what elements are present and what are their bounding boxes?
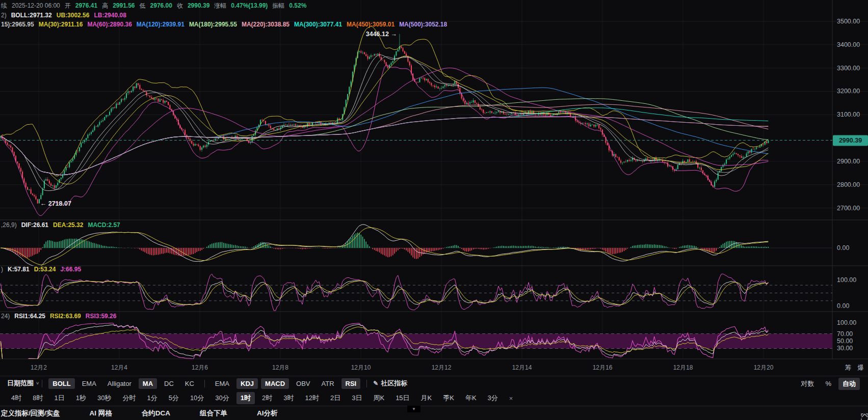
value-segment: D:53.24 — [34, 266, 56, 273]
value-segment: RSI3:59.26 — [86, 313, 117, 320]
kdj-axis-label: 100.00 — [837, 276, 856, 284]
close-icon[interactable]: × — [505, 393, 517, 404]
timeframe-item-6[interactable]: 1分 — [143, 392, 161, 404]
value-segment: MA(120):2939.91 — [137, 21, 185, 28]
timeframe-item-7[interactable]: 5分 — [165, 392, 183, 404]
macd-axis-label: 0.00 — [837, 244, 849, 251]
overlay-indicator-4[interactable]: DC — [160, 378, 178, 389]
value-segment: 2025-12-20 06:00 — [12, 2, 60, 9]
timeframe-item-0[interactable]: 4时 — [7, 392, 25, 404]
overlay-indicator-0[interactable]: BOLL — [48, 378, 74, 389]
overlay-indicator-2[interactable]: Alligator — [103, 378, 136, 389]
value-segment: 24) — [1, 313, 10, 320]
value-segment: MA(30):2911.16 — [39, 21, 83, 28]
sub-indicator-4[interactable]: ATR — [318, 378, 338, 389]
date-tick: 12月12 — [432, 363, 452, 372]
value-segment: K:57.81 — [8, 266, 30, 273]
timeframe-item-13[interactable]: 12时 — [301, 392, 323, 404]
price-axis-label: 2700.00 — [837, 205, 860, 212]
sub-indicator-5[interactable]: RSI — [341, 378, 361, 389]
bottom-tab-4[interactable]: AI分析 — [257, 409, 278, 418]
date-tick: 12月16 — [593, 363, 613, 372]
timeframe-item-10[interactable]: 1时 — [236, 392, 255, 404]
chevron-down-icon: ˅ — [36, 381, 39, 386]
chip-distribution-toggle[interactable]: 筹 — [845, 363, 852, 372]
timeframe-item-15[interactable]: 3日 — [348, 392, 366, 404]
value-segment: UB:3002.56 — [57, 12, 90, 19]
value-segment: MA(450):3059.01 — [347, 21, 394, 28]
macd-pane — [1, 225, 768, 267]
fullscreen-icon[interactable] — [861, 413, 868, 420]
timeframe-item-3[interactable]: 1秒 — [72, 392, 90, 404]
value-segment: 振幅 — [272, 2, 284, 9]
timeframe-item-1[interactable]: 8时 — [29, 392, 47, 404]
price-axis-label: 3500.00 — [837, 18, 860, 25]
value-segment: RSI1:64.25 — [14, 313, 45, 320]
timeframe-item-9[interactable]: 30分 — [211, 392, 233, 404]
price-axis-label: 3400.00 — [837, 41, 860, 48]
scale-button-0[interactable]: 对数 — [797, 378, 818, 390]
date-tick: 12月14 — [512, 363, 532, 372]
timeframe-item-5[interactable]: 分时 — [118, 392, 140, 404]
overlay-indicator-5[interactable]: KC — [181, 378, 198, 389]
value-segment: ,26,9) — [1, 221, 17, 229]
value-segment: 0.47%(13.99) — [231, 2, 268, 9]
timeframe-item-4[interactable]: 30秒 — [93, 392, 115, 404]
kdj-values-bar: )K:57.81D:53.24J:66.95 — [1, 266, 86, 273]
bottom-tab-2[interactable]: 合约DCA — [142, 409, 170, 418]
value-segment: MA(300):3077.41 — [294, 21, 342, 28]
date-tick: 12月8 — [272, 363, 288, 372]
timeframe-item-18[interactable]: 月K — [417, 392, 436, 404]
macd-values-bar: ,26,9)DIF:26.61DEA:25.32MACD:2.57 — [1, 221, 125, 229]
overlay-indicator-3[interactable]: MA — [139, 378, 157, 389]
timeframe-item-14[interactable]: 2日 — [326, 392, 345, 404]
price-axis-label: 2800.00 — [837, 181, 860, 188]
scale-button-2[interactable]: 自动 — [838, 378, 860, 390]
sub-indicator-2[interactable]: MACD — [261, 378, 289, 389]
timeframe-item-16[interactable]: 周K — [369, 392, 388, 404]
sub-indicator-0[interactable]: EMA — [211, 378, 233, 389]
community-indicators-button[interactable]: ✎ 社区指标 — [373, 379, 407, 388]
value-segment: 续 — [1, 2, 7, 9]
timeframe-item-17[interactable]: 15日 — [391, 392, 413, 404]
timeframe-item-12[interactable]: 3时 — [279, 392, 298, 404]
value-segment: MACD:2.57 — [88, 221, 120, 229]
edit-icon: ✎ — [373, 380, 378, 387]
timeframe-item-19[interactable]: 季K — [439, 392, 458, 404]
bottom-tab-0[interactable]: 定义指标/回测/实盘 — [1, 409, 60, 418]
timeframe-toolbar: 4时8时1日1秒30秒分时1分5分10分30分1时2时3时12时2日3日周K15… — [0, 390, 868, 406]
rsi-axis-label: 70.00 — [837, 330, 853, 338]
timeframe-dropdown-caret[interactable]: ▼ — [407, 406, 420, 412]
bottom-tab-3[interactable]: 组合下单 — [200, 409, 227, 418]
value-segment: MA(220):3038.85 — [242, 21, 290, 28]
scale-button-1[interactable]: % — [821, 378, 835, 389]
value-segment: 低 — [140, 2, 146, 9]
value-segment: 2991.56 — [113, 2, 135, 9]
rsi-values-bar: 24)RSI1:64.25RSI2:63.69RSI3:59.26 — [1, 313, 121, 320]
value-segment: 开 — [65, 2, 71, 9]
timeframe-item-21[interactable]: 3分 — [484, 392, 502, 404]
sub-indicator-1[interactable]: KDJ — [236, 378, 258, 389]
liquidation-toggle[interactable]: 爆 — [858, 363, 864, 372]
kdj-axis-label: 0.00 — [837, 302, 849, 310]
overlay-indicator-1[interactable]: EMA — [78, 378, 100, 389]
value-segment: 2976.00 — [150, 2, 172, 9]
divider — [366, 380, 367, 387]
date-tick: 12月18 — [673, 363, 693, 372]
timeframe-item-11[interactable]: 2时 — [258, 392, 276, 404]
high-annotation: 3446.12 → — [366, 31, 397, 38]
timeframe-item-20[interactable]: 年K — [461, 392, 481, 404]
timeframe-item-8[interactable]: 10分 — [186, 392, 208, 404]
date-axis: 12月212月412月612月812月1012月1212月1412月1612月1… — [0, 359, 868, 375]
sub-indicator-3[interactable]: OBV — [292, 378, 314, 389]
ma-60-line — [1, 68, 768, 175]
date-range-button[interactable]: 日期范围 ˅ — [7, 379, 39, 388]
value-segment: 0.52% — [289, 2, 306, 9]
kdj-pane — [1, 274, 768, 311]
bottom-tab-1[interactable]: AI 网格 — [90, 409, 112, 418]
timeframe-item-2[interactable]: 1日 — [50, 392, 68, 404]
value-segment: DEA:25.32 — [53, 221, 83, 229]
value-segment: ) — [1, 266, 3, 273]
date-tick: 12月10 — [351, 363, 371, 372]
candlestick-chart[interactable]: 3446.12 →← 2718.07 — [0, 0, 868, 359]
